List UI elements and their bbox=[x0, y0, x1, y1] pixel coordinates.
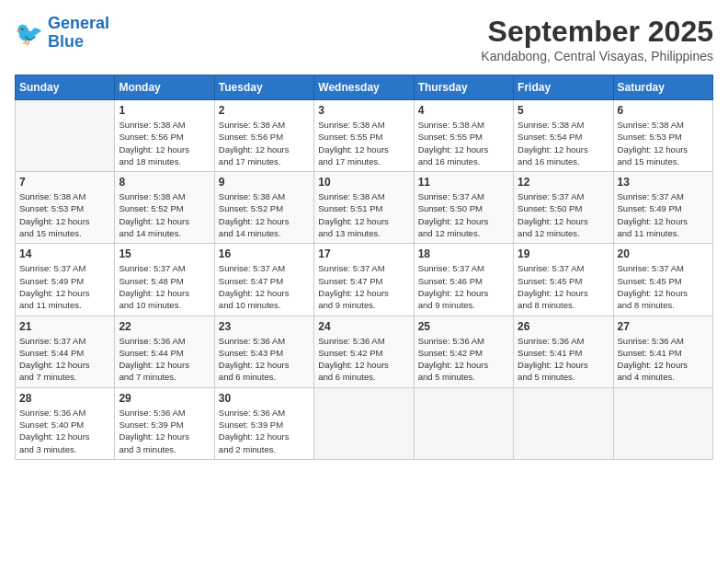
day-number: 2 bbox=[219, 104, 310, 117]
logo-line1: General bbox=[48, 14, 109, 32]
month-title: September 2025 bbox=[481, 15, 713, 49]
calendar-cell: 20Sunrise: 5:37 AM Sunset: 5:45 PM Dayli… bbox=[613, 244, 712, 316]
calendar-cell: 29Sunrise: 5:36 AM Sunset: 5:39 PM Dayli… bbox=[115, 387, 214, 459]
col-header-saturday: Saturday bbox=[613, 75, 712, 100]
calendar-cell: 24Sunrise: 5:36 AM Sunset: 5:42 PM Dayli… bbox=[314, 316, 414, 387]
title-block: September 2025 Kandabong, Central Visaya… bbox=[481, 15, 713, 63]
calendar-cell: 22Sunrise: 5:36 AM Sunset: 5:44 PM Dayli… bbox=[115, 316, 214, 387]
calendar-cell: 21Sunrise: 5:37 AM Sunset: 5:44 PM Dayli… bbox=[16, 316, 115, 387]
day-number: 28 bbox=[19, 392, 110, 405]
day-info: Sunrise: 5:38 AM Sunset: 5:54 PM Dayligh… bbox=[518, 119, 609, 167]
calendar-cell: 2Sunrise: 5:38 AM Sunset: 5:56 PM Daylig… bbox=[214, 100, 313, 172]
day-info: Sunrise: 5:37 AM Sunset: 5:50 PM Dayligh… bbox=[418, 190, 509, 239]
day-info: Sunrise: 5:38 AM Sunset: 5:52 PM Dayligh… bbox=[119, 190, 210, 239]
col-header-sunday: Sunday bbox=[16, 75, 115, 100]
day-number: 12 bbox=[518, 176, 609, 189]
calendar-cell: 6Sunrise: 5:38 AM Sunset: 5:53 PM Daylig… bbox=[613, 100, 712, 172]
day-info: Sunrise: 5:36 AM Sunset: 5:43 PM Dayligh… bbox=[219, 335, 310, 384]
col-header-tuesday: Tuesday bbox=[214, 75, 313, 100]
calendar-cell: 5Sunrise: 5:38 AM Sunset: 5:54 PM Daylig… bbox=[514, 100, 613, 172]
calendar-cell: 18Sunrise: 5:37 AM Sunset: 5:46 PM Dayli… bbox=[414, 244, 513, 316]
day-number: 1 bbox=[119, 104, 210, 117]
calendar-cell: 30Sunrise: 5:36 AM Sunset: 5:39 PM Dayli… bbox=[214, 387, 313, 459]
calendar-cell bbox=[16, 100, 115, 172]
day-number: 6 bbox=[618, 104, 709, 117]
calendar-cell: 9Sunrise: 5:38 AM Sunset: 5:52 PM Daylig… bbox=[214, 172, 313, 244]
calendar-cell: 1Sunrise: 5:38 AM Sunset: 5:56 PM Daylig… bbox=[115, 100, 214, 172]
logo: 🐦 General Blue bbox=[15, 15, 109, 52]
day-number: 17 bbox=[318, 247, 409, 260]
day-info: Sunrise: 5:38 AM Sunset: 5:51 PM Dayligh… bbox=[318, 190, 409, 239]
day-number: 10 bbox=[318, 176, 409, 189]
calendar-cell: 27Sunrise: 5:36 AM Sunset: 5:41 PM Dayli… bbox=[613, 316, 712, 387]
calendar-cell: 25Sunrise: 5:36 AM Sunset: 5:42 PM Dayli… bbox=[414, 316, 513, 387]
day-number: 29 bbox=[119, 392, 210, 405]
day-info: Sunrise: 5:38 AM Sunset: 5:56 PM Dayligh… bbox=[119, 119, 210, 167]
day-info: Sunrise: 5:38 AM Sunset: 5:53 PM Dayligh… bbox=[19, 190, 110, 239]
day-info: Sunrise: 5:37 AM Sunset: 5:44 PM Dayligh… bbox=[19, 335, 110, 384]
calendar-table: SundayMondayTuesdayWednesdayThursdayFrid… bbox=[15, 75, 713, 460]
day-info: Sunrise: 5:36 AM Sunset: 5:44 PM Dayligh… bbox=[119, 335, 210, 384]
day-info: Sunrise: 5:38 AM Sunset: 5:55 PM Dayligh… bbox=[418, 119, 509, 167]
day-number: 15 bbox=[119, 247, 210, 260]
day-number: 3 bbox=[318, 104, 409, 117]
calendar-cell: 17Sunrise: 5:37 AM Sunset: 5:47 PM Dayli… bbox=[314, 244, 414, 316]
logo-line2: Blue bbox=[48, 32, 84, 51]
calendar-cell bbox=[314, 387, 414, 459]
day-info: Sunrise: 5:36 AM Sunset: 5:39 PM Dayligh… bbox=[219, 407, 310, 455]
day-info: Sunrise: 5:36 AM Sunset: 5:41 PM Dayligh… bbox=[518, 335, 609, 384]
day-number: 18 bbox=[418, 247, 509, 260]
day-number: 21 bbox=[19, 320, 110, 333]
day-number: 22 bbox=[119, 320, 210, 333]
calendar-cell: 3Sunrise: 5:38 AM Sunset: 5:55 PM Daylig… bbox=[314, 100, 414, 172]
day-number: 11 bbox=[418, 176, 509, 189]
calendar-cell: 12Sunrise: 5:37 AM Sunset: 5:50 PM Dayli… bbox=[514, 172, 613, 244]
calendar-cell: 11Sunrise: 5:37 AM Sunset: 5:50 PM Dayli… bbox=[414, 172, 513, 244]
day-info: Sunrise: 5:37 AM Sunset: 5:50 PM Dayligh… bbox=[518, 190, 609, 239]
day-info: Sunrise: 5:36 AM Sunset: 5:42 PM Dayligh… bbox=[318, 335, 409, 384]
calendar-cell bbox=[613, 387, 712, 459]
day-info: Sunrise: 5:36 AM Sunset: 5:41 PM Dayligh… bbox=[618, 335, 709, 384]
week-row-2: 14Sunrise: 5:37 AM Sunset: 5:49 PM Dayli… bbox=[16, 244, 713, 316]
calendar-cell: 7Sunrise: 5:38 AM Sunset: 5:53 PM Daylig… bbox=[16, 172, 115, 244]
week-row-3: 21Sunrise: 5:37 AM Sunset: 5:44 PM Dayli… bbox=[16, 316, 713, 387]
calendar-cell: 16Sunrise: 5:37 AM Sunset: 5:47 PM Dayli… bbox=[214, 244, 313, 316]
day-number: 8 bbox=[119, 176, 210, 189]
day-number: 30 bbox=[219, 392, 310, 405]
col-header-monday: Monday bbox=[115, 75, 214, 100]
calendar-cell: 13Sunrise: 5:37 AM Sunset: 5:49 PM Dayli… bbox=[613, 172, 712, 244]
week-row-0: 1Sunrise: 5:38 AM Sunset: 5:56 PM Daylig… bbox=[16, 100, 713, 172]
day-info: Sunrise: 5:37 AM Sunset: 5:49 PM Dayligh… bbox=[19, 262, 110, 311]
day-number: 26 bbox=[518, 320, 609, 333]
logo-text: General Blue bbox=[48, 15, 109, 52]
day-number: 5 bbox=[518, 104, 609, 117]
day-number: 24 bbox=[318, 320, 409, 333]
calendar-cell: 10Sunrise: 5:38 AM Sunset: 5:51 PM Dayli… bbox=[314, 172, 414, 244]
calendar-cell: 19Sunrise: 5:37 AM Sunset: 5:45 PM Dayli… bbox=[514, 244, 613, 316]
day-number: 27 bbox=[618, 320, 709, 333]
day-info: Sunrise: 5:37 AM Sunset: 5:47 PM Dayligh… bbox=[219, 262, 310, 311]
day-info: Sunrise: 5:37 AM Sunset: 5:48 PM Dayligh… bbox=[119, 262, 210, 311]
day-number: 4 bbox=[418, 104, 509, 117]
calendar-cell bbox=[514, 387, 613, 459]
calendar-cell: 14Sunrise: 5:37 AM Sunset: 5:49 PM Dayli… bbox=[16, 244, 115, 316]
location: Kandabong, Central Visayas, Philippines bbox=[481, 49, 713, 63]
calendar-cell: 8Sunrise: 5:38 AM Sunset: 5:52 PM Daylig… bbox=[115, 172, 214, 244]
calendar-cell bbox=[414, 387, 513, 459]
day-info: Sunrise: 5:36 AM Sunset: 5:39 PM Dayligh… bbox=[119, 407, 210, 455]
calendar-cell: 28Sunrise: 5:36 AM Sunset: 5:40 PM Dayli… bbox=[16, 387, 115, 459]
col-header-friday: Friday bbox=[514, 75, 613, 100]
day-info: Sunrise: 5:37 AM Sunset: 5:47 PM Dayligh… bbox=[318, 262, 409, 311]
calendar-cell: 15Sunrise: 5:37 AM Sunset: 5:48 PM Dayli… bbox=[115, 244, 214, 316]
day-info: Sunrise: 5:36 AM Sunset: 5:42 PM Dayligh… bbox=[418, 335, 509, 384]
page-header: 🐦 General Blue September 2025 Kandabong,… bbox=[15, 15, 713, 63]
svg-text:🐦: 🐦 bbox=[15, 19, 44, 48]
day-info: Sunrise: 5:37 AM Sunset: 5:45 PM Dayligh… bbox=[518, 262, 609, 311]
day-number: 7 bbox=[19, 176, 110, 189]
day-info: Sunrise: 5:38 AM Sunset: 5:55 PM Dayligh… bbox=[318, 119, 409, 167]
day-info: Sunrise: 5:38 AM Sunset: 5:52 PM Dayligh… bbox=[219, 190, 310, 239]
col-header-thursday: Thursday bbox=[414, 75, 513, 100]
day-number: 16 bbox=[219, 247, 310, 260]
day-info: Sunrise: 5:36 AM Sunset: 5:40 PM Dayligh… bbox=[19, 407, 110, 455]
day-info: Sunrise: 5:38 AM Sunset: 5:53 PM Dayligh… bbox=[618, 119, 709, 167]
